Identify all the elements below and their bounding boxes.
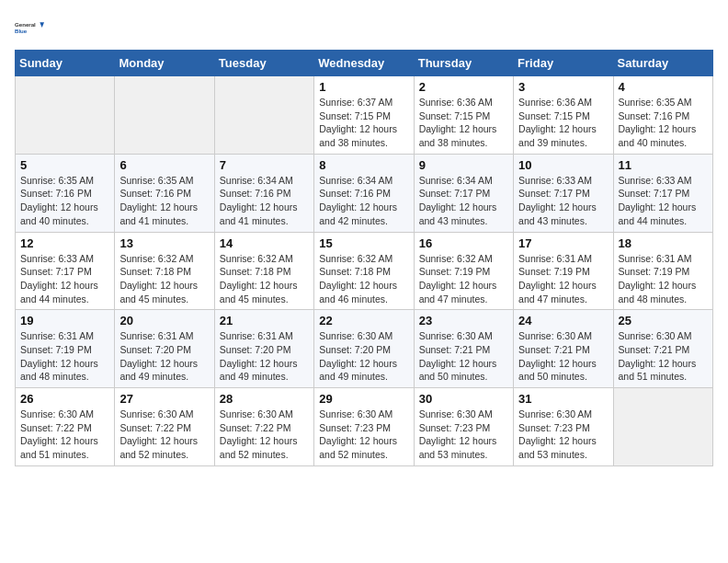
calendar-cell: 16Sunrise: 6:32 AM Sunset: 7:19 PM Dayli… [414, 232, 513, 310]
calendar-cell: 15Sunrise: 6:32 AM Sunset: 7:18 PM Dayli… [314, 232, 414, 310]
week-row-2: 5Sunrise: 6:35 AM Sunset: 7:16 PM Daylig… [16, 154, 713, 232]
weekday-header-monday: Monday [115, 51, 214, 76]
day-number: 27 [119, 392, 209, 406]
calendar-cell: 7Sunrise: 6:34 AM Sunset: 7:16 PM Daylig… [214, 154, 313, 232]
logo-icon: GeneralBlue [15, 15, 44, 40]
calendar-cell: 6Sunrise: 6:35 AM Sunset: 7:16 PM Daylig… [115, 154, 214, 232]
calendar-cell: 3Sunrise: 6:36 AM Sunset: 7:15 PM Daylig… [514, 76, 613, 155]
day-number: 5 [20, 158, 109, 172]
day-number: 1 [319, 80, 408, 94]
day-info: Sunrise: 6:30 AM Sunset: 7:21 PM Dayligh… [518, 329, 608, 384]
day-info: Sunrise: 6:34 AM Sunset: 7:16 PM Dayligh… [220, 174, 309, 228]
calendar-cell: 5Sunrise: 6:35 AM Sunset: 7:16 PM Daylig… [16, 154, 115, 232]
calendar-cell: 14Sunrise: 6:32 AM Sunset: 7:18 PM Dayli… [214, 232, 313, 310]
day-info: Sunrise: 6:32 AM Sunset: 7:18 PM Dayligh… [220, 252, 309, 306]
day-number: 9 [419, 158, 508, 172]
weekday-header-saturday: Saturday [613, 51, 712, 76]
logo: GeneralBlue [15, 15, 44, 40]
weekday-header-sunday: Sunday [16, 51, 115, 76]
svg-marker-2 [40, 22, 44, 28]
calendar-cell [115, 76, 214, 155]
day-info: Sunrise: 6:32 AM Sunset: 7:18 PM Dayligh… [319, 252, 408, 306]
day-number: 30 [419, 392, 508, 406]
calendar-cell [16, 76, 115, 155]
day-info: Sunrise: 6:31 AM Sunset: 7:19 PM Dayligh… [518, 252, 608, 306]
calendar-cell: 26Sunrise: 6:30 AM Sunset: 7:22 PM Dayli… [16, 388, 115, 466]
week-row-1: 1Sunrise: 6:37 AM Sunset: 7:15 PM Daylig… [16, 76, 713, 155]
day-info: Sunrise: 6:30 AM Sunset: 7:22 PM Dayligh… [119, 408, 209, 462]
calendar-cell: 21Sunrise: 6:31 AM Sunset: 7:20 PM Dayli… [214, 310, 313, 388]
calendar-cell: 22Sunrise: 6:30 AM Sunset: 7:20 PM Dayli… [314, 310, 414, 388]
day-number: 8 [319, 158, 408, 172]
day-info: Sunrise: 6:30 AM Sunset: 7:23 PM Dayligh… [518, 408, 608, 462]
page-header: GeneralBlue [15, 15, 713, 40]
day-number: 20 [119, 314, 209, 327]
day-info: Sunrise: 6:33 AM Sunset: 7:17 PM Dayligh… [20, 252, 109, 306]
day-info: Sunrise: 6:31 AM Sunset: 7:19 PM Dayligh… [20, 329, 109, 384]
calendar-cell: 20Sunrise: 6:31 AM Sunset: 7:20 PM Dayli… [115, 310, 214, 388]
day-info: Sunrise: 6:37 AM Sunset: 7:15 PM Dayligh… [319, 96, 408, 150]
week-row-5: 26Sunrise: 6:30 AM Sunset: 7:22 PM Dayli… [16, 388, 713, 466]
calendar-cell: 18Sunrise: 6:31 AM Sunset: 7:19 PM Dayli… [613, 232, 712, 310]
calendar-cell: 28Sunrise: 6:30 AM Sunset: 7:22 PM Dayli… [214, 388, 313, 466]
day-info: Sunrise: 6:30 AM Sunset: 7:23 PM Dayligh… [319, 408, 408, 462]
day-number: 14 [220, 236, 309, 250]
day-info: Sunrise: 6:35 AM Sunset: 7:16 PM Dayligh… [619, 96, 708, 150]
weekday-header-wednesday: Wednesday [314, 51, 414, 76]
weekday-header-row: SundayMondayTuesdayWednesdayThursdayFrid… [16, 51, 713, 76]
day-info: Sunrise: 6:30 AM Sunset: 7:21 PM Dayligh… [419, 329, 508, 384]
day-number: 10 [518, 158, 608, 172]
calendar-cell: 2Sunrise: 6:36 AM Sunset: 7:15 PM Daylig… [414, 76, 513, 155]
day-number: 17 [518, 236, 608, 250]
calendar-cell: 17Sunrise: 6:31 AM Sunset: 7:19 PM Dayli… [514, 232, 613, 310]
day-number: 16 [419, 236, 508, 250]
calendar-cell: 25Sunrise: 6:30 AM Sunset: 7:21 PM Dayli… [613, 310, 712, 388]
day-info: Sunrise: 6:35 AM Sunset: 7:16 PM Dayligh… [20, 174, 109, 228]
calendar-cell: 10Sunrise: 6:33 AM Sunset: 7:17 PM Dayli… [514, 154, 613, 232]
day-number: 23 [419, 314, 508, 327]
calendar-cell: 8Sunrise: 6:34 AM Sunset: 7:16 PM Daylig… [314, 154, 414, 232]
day-info: Sunrise: 6:33 AM Sunset: 7:17 PM Dayligh… [518, 174, 608, 228]
day-info: Sunrise: 6:30 AM Sunset: 7:21 PM Dayligh… [619, 329, 708, 384]
day-number: 18 [619, 236, 708, 250]
day-info: Sunrise: 6:35 AM Sunset: 7:16 PM Dayligh… [119, 174, 209, 228]
day-number: 31 [518, 392, 608, 406]
day-number: 11 [619, 158, 708, 172]
day-number: 26 [20, 392, 109, 406]
week-row-3: 12Sunrise: 6:33 AM Sunset: 7:17 PM Dayli… [16, 232, 713, 310]
day-number: 3 [518, 80, 608, 94]
svg-text:Blue: Blue [15, 28, 28, 34]
day-number: 4 [619, 80, 708, 94]
day-info: Sunrise: 6:30 AM Sunset: 7:20 PM Dayligh… [319, 329, 408, 384]
day-number: 22 [319, 314, 408, 327]
day-info: Sunrise: 6:30 AM Sunset: 7:22 PM Dayligh… [20, 408, 109, 462]
day-info: Sunrise: 6:32 AM Sunset: 7:18 PM Dayligh… [119, 252, 209, 306]
day-info: Sunrise: 6:31 AM Sunset: 7:20 PM Dayligh… [220, 329, 309, 384]
calendar-cell: 4Sunrise: 6:35 AM Sunset: 7:16 PM Daylig… [613, 76, 712, 155]
day-info: Sunrise: 6:31 AM Sunset: 7:19 PM Dayligh… [619, 252, 708, 306]
calendar-cell: 1Sunrise: 6:37 AM Sunset: 7:15 PM Daylig… [314, 76, 414, 155]
day-number: 25 [619, 314, 708, 327]
calendar-cell: 23Sunrise: 6:30 AM Sunset: 7:21 PM Dayli… [414, 310, 513, 388]
day-info: Sunrise: 6:36 AM Sunset: 7:15 PM Dayligh… [518, 96, 608, 150]
day-number: 13 [119, 236, 209, 250]
day-number: 19 [20, 314, 109, 327]
calendar-cell: 12Sunrise: 6:33 AM Sunset: 7:17 PM Dayli… [16, 232, 115, 310]
day-number: 28 [220, 392, 309, 406]
day-number: 15 [319, 236, 408, 250]
day-number: 29 [319, 392, 408, 406]
day-info: Sunrise: 6:32 AM Sunset: 7:19 PM Dayligh… [419, 252, 508, 306]
calendar-cell [613, 388, 712, 466]
calendar-cell: 29Sunrise: 6:30 AM Sunset: 7:23 PM Dayli… [314, 388, 414, 466]
day-info: Sunrise: 6:34 AM Sunset: 7:17 PM Dayligh… [419, 174, 508, 228]
weekday-header-tuesday: Tuesday [214, 51, 313, 76]
week-row-4: 19Sunrise: 6:31 AM Sunset: 7:19 PM Dayli… [16, 310, 713, 388]
day-info: Sunrise: 6:33 AM Sunset: 7:17 PM Dayligh… [619, 174, 708, 228]
day-number: 7 [220, 158, 309, 172]
day-info: Sunrise: 6:30 AM Sunset: 7:23 PM Dayligh… [419, 408, 508, 462]
calendar-cell: 31Sunrise: 6:30 AM Sunset: 7:23 PM Dayli… [514, 388, 613, 466]
day-info: Sunrise: 6:30 AM Sunset: 7:22 PM Dayligh… [220, 408, 309, 462]
calendar-cell: 30Sunrise: 6:30 AM Sunset: 7:23 PM Dayli… [414, 388, 513, 466]
weekday-header-friday: Friday [514, 51, 613, 76]
day-number: 2 [419, 80, 508, 94]
